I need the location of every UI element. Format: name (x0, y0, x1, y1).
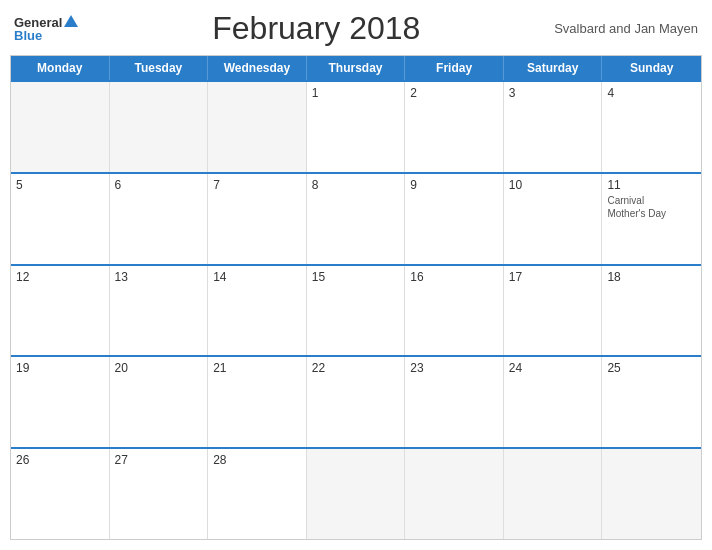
day-number: 20 (115, 361, 203, 375)
week-row-1: 1234 (11, 80, 701, 172)
day-cell: 4 (602, 82, 701, 172)
week-row-2: 567891011CarnivalMother's Day (11, 172, 701, 264)
day-number: 13 (115, 270, 203, 284)
day-headers-row: MondayTuesdayWednesdayThursdayFridaySatu… (11, 56, 701, 80)
day-number: 17 (509, 270, 597, 284)
day-cell: 24 (504, 357, 603, 447)
day-cell: 7 (208, 174, 307, 264)
day-number: 8 (312, 178, 400, 192)
day-cell: 26 (11, 449, 110, 539)
month-title: February 2018 (212, 10, 420, 47)
day-number: 24 (509, 361, 597, 375)
day-number: 23 (410, 361, 498, 375)
day-header-thursday: Thursday (307, 56, 406, 80)
day-number: 9 (410, 178, 498, 192)
week-row-4: 19202122232425 (11, 355, 701, 447)
day-number: 16 (410, 270, 498, 284)
day-cell: 12 (11, 266, 110, 356)
day-cell: 22 (307, 357, 406, 447)
day-number: 28 (213, 453, 301, 467)
day-number: 1 (312, 86, 400, 100)
day-cell: 15 (307, 266, 406, 356)
day-number: 22 (312, 361, 400, 375)
day-cell: 9 (405, 174, 504, 264)
day-header-friday: Friday (405, 56, 504, 80)
day-cell (307, 449, 406, 539)
day-cell (504, 449, 603, 539)
day-cell (11, 82, 110, 172)
day-header-saturday: Saturday (504, 56, 603, 80)
day-number: 3 (509, 86, 597, 100)
week-row-3: 12131415161718 (11, 264, 701, 356)
day-cell (602, 449, 701, 539)
day-cell (208, 82, 307, 172)
day-number: 15 (312, 270, 400, 284)
logo-triangle-icon (64, 15, 78, 27)
calendar-event: Mother's Day (607, 207, 696, 220)
day-cell (110, 82, 209, 172)
day-number: 19 (16, 361, 104, 375)
day-cell: 3 (504, 82, 603, 172)
day-number: 2 (410, 86, 498, 100)
day-cell: 11CarnivalMother's Day (602, 174, 701, 264)
day-cell: 2 (405, 82, 504, 172)
day-cell: 25 (602, 357, 701, 447)
logo-general-text: General (14, 16, 62, 29)
day-cell: 21 (208, 357, 307, 447)
day-cell (405, 449, 504, 539)
logo-blue-text: Blue (14, 29, 42, 42)
day-number: 7 (213, 178, 301, 192)
calendar-page: General Blue February 2018 Svalbard and … (0, 0, 712, 550)
day-cell: 1 (307, 82, 406, 172)
day-cell: 5 (11, 174, 110, 264)
day-number: 12 (16, 270, 104, 284)
day-number: 6 (115, 178, 203, 192)
week-row-5: 262728 (11, 447, 701, 539)
day-cell: 6 (110, 174, 209, 264)
day-cell: 10 (504, 174, 603, 264)
day-header-sunday: Sunday (602, 56, 701, 80)
day-number: 25 (607, 361, 696, 375)
day-number: 18 (607, 270, 696, 284)
day-header-wednesday: Wednesday (208, 56, 307, 80)
day-cell: 16 (405, 266, 504, 356)
day-number: 5 (16, 178, 104, 192)
day-number: 27 (115, 453, 203, 467)
logo: General Blue (14, 16, 78, 42)
day-number: 26 (16, 453, 104, 467)
calendar-grid: MondayTuesdayWednesdayThursdayFridaySatu… (10, 55, 702, 540)
day-number: 21 (213, 361, 301, 375)
day-cell: 23 (405, 357, 504, 447)
calendar-event: Carnival (607, 194, 696, 207)
day-header-monday: Monday (11, 56, 110, 80)
day-cell: 18 (602, 266, 701, 356)
day-cell: 20 (110, 357, 209, 447)
calendar-header: General Blue February 2018 Svalbard and … (10, 10, 702, 47)
day-number: 14 (213, 270, 301, 284)
day-cell: 14 (208, 266, 307, 356)
day-cell: 13 (110, 266, 209, 356)
day-cell: 19 (11, 357, 110, 447)
weeks-container: 1234567891011CarnivalMother's Day1213141… (11, 80, 701, 539)
day-number: 11 (607, 178, 696, 192)
day-header-tuesday: Tuesday (110, 56, 209, 80)
day-cell: 27 (110, 449, 209, 539)
day-number: 10 (509, 178, 597, 192)
day-number: 4 (607, 86, 696, 100)
day-cell: 17 (504, 266, 603, 356)
day-cell: 28 (208, 449, 307, 539)
region-label: Svalbard and Jan Mayen (554, 21, 698, 36)
day-cell: 8 (307, 174, 406, 264)
